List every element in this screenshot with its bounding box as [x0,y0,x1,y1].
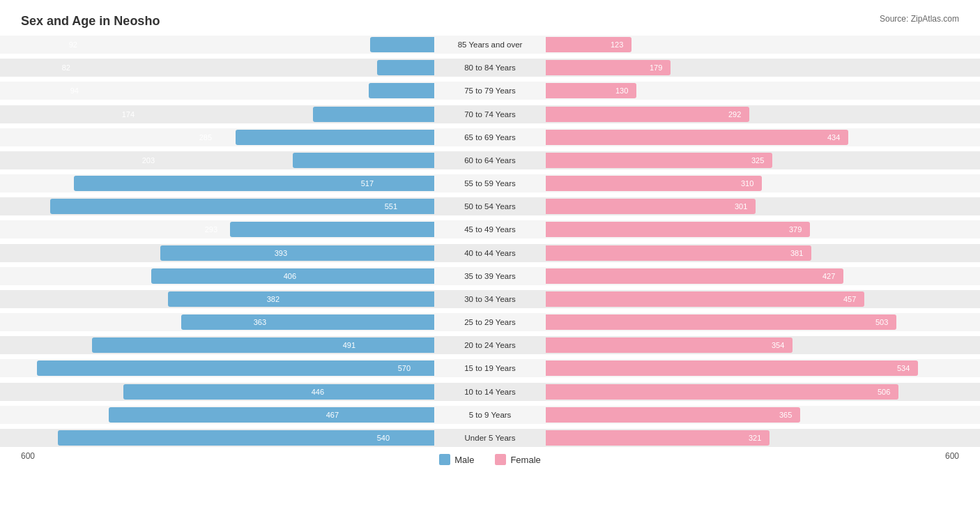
age-label: 5 to 9 Years [434,411,546,419]
bar-female [546,430,770,446]
chart-row: 36325 to 29 Years503 [21,313,959,331]
bar-female [546,153,772,168]
bar-female [546,314,896,330]
val-male: 174 [122,110,135,119]
val-female: 427 [822,272,835,280]
age-label: 45 to 49 Years [434,225,546,234]
legend: Male Female [439,454,541,465]
val-male: 382 [267,295,280,303]
val-female: 292 [728,110,741,119]
chart-area: 9285 Years and over1238280 to 84 Years17… [21,36,959,447]
bar-male [74,176,434,191]
age-label: 70 to 74 Years [434,110,546,119]
val-female: 301 [735,202,747,211]
chart-row: 28565 to 69 Years434 [21,128,959,146]
source-text: Source: ZipAtlas.com [880,14,959,24]
age-label: 80 to 84 Years [434,63,546,72]
val-male: 491 [343,341,355,349]
legend-male-box [439,454,450,465]
bar-male [313,107,434,122]
val-female: 457 [843,295,856,303]
chart-row: 49120 to 24 Years354 [21,336,959,354]
bar-male [123,384,434,400]
chart-row: 17470 to 74 Years292 [21,105,959,123]
val-male: 92 [69,40,77,49]
chart-row: 38230 to 34 Years457 [21,290,959,308]
bar-male [37,361,434,376]
val-male: 363 [254,318,266,326]
axis-left-label: 600 [21,451,35,465]
bar-female [546,107,749,122]
bar-female [546,361,918,376]
age-label: 55 to 59 Years [434,179,546,188]
legend-male: Male [439,454,474,465]
bar-male [369,83,434,98]
val-female: 325 [751,156,764,165]
val-male: 82 [62,63,70,72]
val-female: 534 [897,364,910,372]
age-label: 15 to 19 Years [434,364,546,372]
val-female: 179 [650,63,662,72]
chart-row: 44610 to 14 Years506 [21,383,959,401]
chart-row: 9475 to 79 Years130 [21,82,959,100]
chart-row: 40635 to 39 Years427 [21,267,959,285]
age-label: 65 to 69 Years [434,133,546,142]
chart-row: 55150 to 54 Years301 [21,197,959,215]
legend-female: Female [495,454,540,465]
age-label: 20 to 24 Years [434,341,546,349]
age-label: 30 to 34 Years [434,295,546,303]
bar-male [236,130,434,145]
val-female: 434 [827,133,840,142]
bar-female [546,245,811,261]
bar-male [293,153,434,168]
val-female: 321 [749,434,761,442]
age-label: Under 5 Years [434,434,546,442]
val-male: 467 [326,411,339,419]
val-male: 570 [398,364,411,372]
age-label: 35 to 39 Years [434,272,546,280]
chart-title: Sex and Age in Neosho [21,14,959,29]
age-label: 85 Years and over [434,40,546,49]
bar-female [546,176,762,191]
legend-female-label: Female [510,455,540,465]
val-female: 310 [741,179,753,188]
val-male: 293 [205,225,217,234]
chart-row: 4675 to 9 Years365 [21,406,959,424]
bar-male [377,60,434,75]
bar-female [546,291,864,307]
bar-female [546,130,848,145]
chart-row: 20360 to 64 Years325 [21,151,959,169]
val-female: 381 [790,249,803,257]
bar-female [546,268,843,284]
val-male: 203 [142,156,155,165]
val-female: 354 [772,341,784,349]
bar-female [546,337,793,353]
chart-row: 540Under 5 Years321 [21,429,959,447]
legend-male-label: Male [454,455,474,465]
axis-bottom: 600 Male Female 600 [21,451,959,465]
axis-right-label: 600 [945,451,959,465]
bar-female [546,199,756,214]
bar-male [370,37,434,52]
bar-male [50,199,434,214]
age-label: 25 to 29 Years [434,318,546,326]
bar-male [109,407,434,423]
bar-female [546,407,800,423]
val-female: 123 [611,40,623,49]
chart-row: 39340 to 44 Years381 [21,244,959,262]
val-male: 94 [70,86,79,95]
age-label: 50 to 54 Years [434,202,546,211]
val-male: 551 [385,202,397,211]
val-male: 393 [275,249,287,257]
age-label: 75 to 79 Years [434,86,546,95]
bar-male [181,314,434,330]
age-label: 40 to 44 Years [434,249,546,257]
val-female: 503 [875,318,888,326]
chart-container: Sex and Age in Neosho Source: ZipAtlas.c… [0,0,980,516]
age-label: 60 to 64 Years [434,156,546,165]
val-male: 517 [361,179,374,188]
val-female: 506 [878,388,890,396]
val-female: 130 [615,86,628,95]
chart-row: 51755 to 59 Years310 [21,174,959,192]
val-male: 540 [377,434,390,442]
